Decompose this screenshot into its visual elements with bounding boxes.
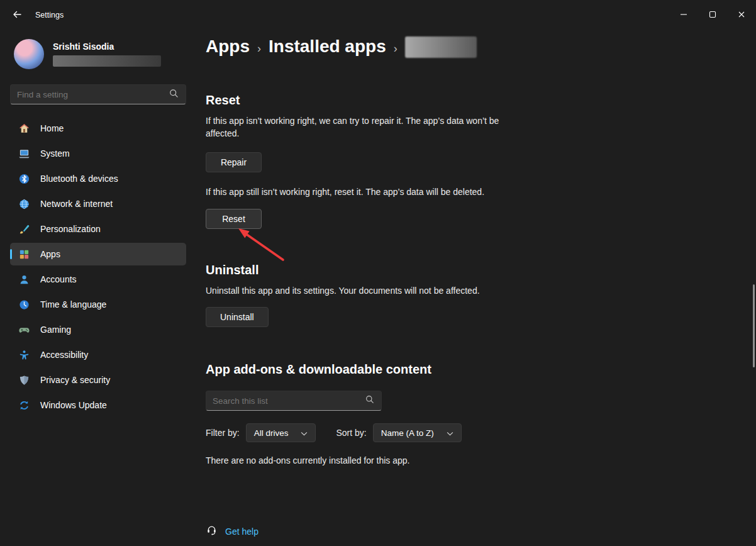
minimize-icon bbox=[680, 11, 687, 20]
user-profile[interactable]: Srishti Sisodia bbox=[14, 39, 186, 69]
uninstall-section-heading: Uninstall bbox=[206, 263, 741, 277]
sidebar-item-accounts[interactable]: Accounts bbox=[10, 268, 186, 291]
back-arrow-icon bbox=[12, 9, 22, 21]
breadcrumb: Apps › Installed apps › bbox=[206, 35, 741, 58]
settings-window: Settings Srishti Sisodia bbox=[0, 0, 756, 546]
uninstall-description: Uninstall this app and its settings. You… bbox=[206, 285, 602, 298]
personalization-brush-icon bbox=[18, 223, 30, 235]
filter-dropdown-value: All drives bbox=[254, 428, 289, 438]
get-help-link[interactable]: Get help bbox=[206, 524, 258, 538]
sidebar-item-label: Home bbox=[40, 123, 64, 133]
sidebar-item-time-language[interactable]: Time & language bbox=[10, 293, 186, 316]
reset-section-heading: Reset bbox=[206, 93, 741, 108]
sort-dropdown[interactable]: Name (A to Z) bbox=[373, 423, 462, 442]
accessibility-icon bbox=[18, 348, 30, 361]
back-button[interactable] bbox=[5, 5, 29, 25]
maximize-button[interactable] bbox=[698, 0, 727, 30]
breadcrumb-apps[interactable]: Apps bbox=[206, 36, 250, 57]
titlebar: Settings bbox=[0, 0, 756, 30]
get-help-headset-icon bbox=[206, 524, 218, 538]
sidebar: Srishti Sisodia Home System Bluetooth & … bbox=[0, 30, 196, 546]
breadcrumb-installed-apps[interactable]: Installed apps bbox=[269, 36, 386, 57]
system-icon bbox=[18, 147, 30, 160]
filter-dropdown[interactable]: All drives bbox=[246, 423, 316, 442]
redacted-app-name bbox=[405, 36, 477, 58]
window-controls bbox=[669, 0, 756, 30]
settings-search-box bbox=[10, 84, 186, 104]
chevron-down-icon bbox=[301, 428, 308, 438]
scrollbar-thumb[interactable] bbox=[753, 284, 755, 367]
sidebar-item-label: Gaming bbox=[40, 325, 71, 335]
reset-description: If this app still isn’t working right, r… bbox=[206, 186, 602, 199]
sidebar-item-label: Bluetooth & devices bbox=[40, 174, 118, 184]
sidebar-item-privacy[interactable]: Privacy & security bbox=[10, 369, 186, 391]
avatar bbox=[14, 39, 44, 69]
sidebar-item-accessibility[interactable]: Accessibility bbox=[10, 343, 186, 366]
sidebar-item-label: Personalization bbox=[40, 224, 101, 234]
addons-empty-message: There are no add-ons currently installed… bbox=[206, 455, 741, 467]
app-title: Settings bbox=[35, 11, 64, 20]
minimize-button[interactable] bbox=[669, 0, 698, 30]
sort-dropdown-value: Name (A to Z) bbox=[381, 428, 434, 438]
get-help-label: Get help bbox=[225, 526, 258, 537]
sidebar-item-gaming[interactable]: Gaming bbox=[10, 318, 186, 341]
breadcrumb-separator: › bbox=[257, 38, 261, 55]
sidebar-item-label: Network & internet bbox=[40, 199, 113, 209]
uninstall-button[interactable]: Uninstall bbox=[206, 307, 269, 327]
addons-search-input[interactable] bbox=[213, 396, 365, 406]
update-arrows-icon bbox=[18, 399, 30, 411]
close-icon bbox=[738, 11, 745, 20]
sort-by-label: Sort by: bbox=[336, 428, 366, 438]
search-input[interactable] bbox=[17, 90, 169, 99]
sidebar-item-label: Windows Update bbox=[40, 400, 107, 410]
sidebar-item-windows-update[interactable]: Windows Update bbox=[10, 394, 186, 416]
reset-button[interactable]: Reset bbox=[206, 209, 262, 229]
apps-icon bbox=[18, 248, 30, 260]
sidebar-item-apps[interactable]: Apps bbox=[10, 243, 186, 265]
sidebar-item-label: Time & language bbox=[40, 299, 106, 309]
sidebar-item-label: Accounts bbox=[40, 274, 77, 284]
sidebar-item-system[interactable]: System bbox=[10, 142, 186, 165]
accounts-person-icon bbox=[18, 273, 30, 286]
gamepad-icon bbox=[18, 323, 30, 336]
sidebar-item-bluetooth[interactable]: Bluetooth & devices bbox=[10, 167, 186, 190]
redacted-email bbox=[53, 55, 161, 67]
clock-icon bbox=[18, 298, 30, 311]
sidebar-item-label: Privacy & security bbox=[40, 375, 110, 385]
user-name: Srishti Sisodia bbox=[53, 42, 161, 52]
sidebar-item-label: Apps bbox=[40, 249, 60, 259]
network-globe-icon bbox=[18, 198, 30, 210]
filter-sort-row: Filter by: All drives Sort by: Name (A t… bbox=[206, 423, 741, 442]
sidebar-item-home[interactable]: Home bbox=[10, 117, 186, 140]
breadcrumb-separator: › bbox=[394, 38, 397, 55]
sidebar-item-label: System bbox=[40, 148, 70, 159]
close-button[interactable] bbox=[727, 0, 756, 30]
search-icon bbox=[169, 88, 179, 101]
home-icon bbox=[18, 122, 30, 135]
repair-description: If this app isn’t working right, we can … bbox=[206, 115, 503, 140]
main-content: Apps › Installed apps › Reset If this ap… bbox=[206, 30, 741, 546]
sidebar-item-network[interactable]: Network & internet bbox=[10, 192, 186, 215]
sidebar-nav: Home System Bluetooth & devices Network … bbox=[10, 117, 186, 416]
filter-by-label: Filter by: bbox=[206, 428, 240, 438]
search-icon bbox=[365, 394, 375, 407]
repair-button[interactable]: Repair bbox=[206, 152, 262, 172]
addons-section-heading: App add-ons & downloadable content bbox=[206, 362, 741, 377]
maximize-icon bbox=[709, 11, 716, 20]
chevron-down-icon bbox=[447, 428, 453, 438]
sidebar-item-personalization[interactable]: Personalization bbox=[10, 218, 186, 240]
bluetooth-icon bbox=[18, 172, 30, 185]
profile-info: Srishti Sisodia bbox=[53, 42, 161, 67]
shield-icon bbox=[18, 374, 30, 386]
addons-search-box bbox=[206, 391, 382, 411]
sidebar-item-label: Accessibility bbox=[40, 350, 88, 360]
